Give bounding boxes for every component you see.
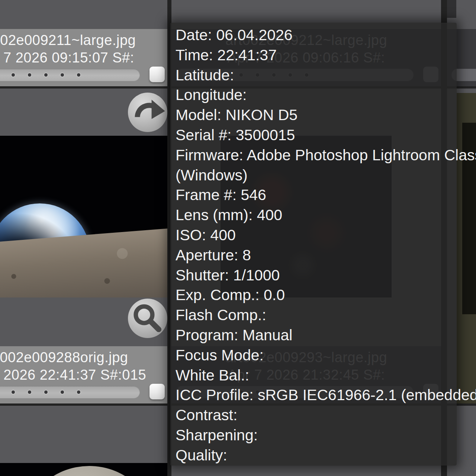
- exif-firmware: Firmware: Adobe Photoshop Lightroom Clas…: [176, 145, 457, 165]
- exif-iso: ISO: 400: [176, 225, 457, 245]
- filename-label: art002e009288orig.jpg: [0, 346, 167, 366]
- tag-checkbox[interactable]: [149, 67, 165, 82]
- rating-dot[interactable]: [28, 73, 31, 77]
- exif-white-bal: White Bal.:: [176, 366, 457, 386]
- thumbnail-caption: art002e009288orig.jpg Apr 6 2026 22:41:3…: [0, 346, 167, 403]
- rating-dot[interactable]: [61, 73, 64, 77]
- filename-label: art002e009211~large.jpg: [0, 29, 167, 49]
- magnify-button[interactable]: [128, 299, 167, 338]
- exif-model: Model: NIKON D5: [176, 105, 457, 125]
- exif-serial: Serial #: 3500015: [176, 125, 457, 145]
- rating-dot[interactable]: [12, 73, 15, 77]
- moon-globe: [20, 466, 158, 476]
- rating-dot[interactable]: [61, 390, 64, 394]
- contact-sheet: art002e009211~large.jpg Apr 7 2026 09:15…: [0, 0, 476, 476]
- exif-aperture: Aperture: 8: [176, 245, 457, 266]
- photo-thumbnail[interactable]: [457, 93, 476, 403]
- exif-program: Program: Manual: [176, 325, 457, 345]
- capture-info-label: Apr 7 2026 09:15:07 S#:: [0, 49, 167, 67]
- photo-thumbnail[interactable]: [447, 0, 456, 18]
- exif-icc-profile: ICC Profile: sRGB IEC61966-2.1 (embedded…: [176, 385, 457, 405]
- magnifier-icon: [128, 299, 167, 338]
- thumbnail-cell[interactable]: art002e009211~large.jpg Apr 7 2026 09:15…: [0, 0, 167, 86]
- photo-earthrise[interactable]: [0, 136, 167, 298]
- exif-quality: Quality:: [176, 446, 457, 466]
- exif-lens: Lens (mm): 400: [176, 205, 457, 225]
- exif-exp-comp: Exp. Comp.: 0.0: [176, 285, 457, 305]
- exif-latitude: Latitude:: [176, 65, 457, 86]
- rating-dot[interactable]: [44, 390, 48, 394]
- exif-time: Time: 22:41:37: [176, 45, 457, 65]
- rating-slider[interactable]: [0, 69, 140, 81]
- exif-sharpening: Sharpening:: [176, 425, 457, 446]
- photo-moon[interactable]: [0, 463, 167, 476]
- thumbnail-caption: art002e009211~large.jpg Apr 7 2026 09:15…: [0, 29, 167, 86]
- thumbnail-cell[interactable]: [0, 406, 167, 476]
- exif-metadata-tooltip: Date: 06.04.2026 Time: 22:41:37 Latitude…: [170, 23, 457, 466]
- rating-slider[interactable]: [0, 386, 140, 398]
- exif-shutter: Shutter: 1/1000: [176, 266, 457, 286]
- exif-date: Date: 06.04.2026: [176, 25, 457, 45]
- rating-dot[interactable]: [77, 73, 80, 77]
- thumbnail-cell[interactable]: art002e009288orig.jpg Apr 6 2026 22:41:3…: [0, 89, 167, 403]
- rating-dot[interactable]: [12, 390, 15, 394]
- exif-contrast: Contrast:: [176, 405, 457, 425]
- tag-checkbox[interactable]: [149, 384, 165, 399]
- rating-dot[interactable]: [28, 390, 31, 394]
- exif-firmware-2: (Windows): [176, 165, 457, 186]
- rating-dot[interactable]: [44, 73, 48, 77]
- rotate-button[interactable]: [128, 93, 167, 132]
- exif-frame: Frame #: 546: [176, 185, 457, 205]
- rotate-cw-icon: [128, 93, 167, 132]
- rating-dot[interactable]: [77, 390, 80, 394]
- exif-focus-mode: Focus Mode:: [176, 345, 457, 366]
- capture-info-label: Apr 6 2026 22:41:37 S#:015: [0, 366, 167, 384]
- exif-flash-comp: Flash Comp.:: [176, 305, 457, 325]
- exif-longitude: Longitude:: [176, 85, 457, 105]
